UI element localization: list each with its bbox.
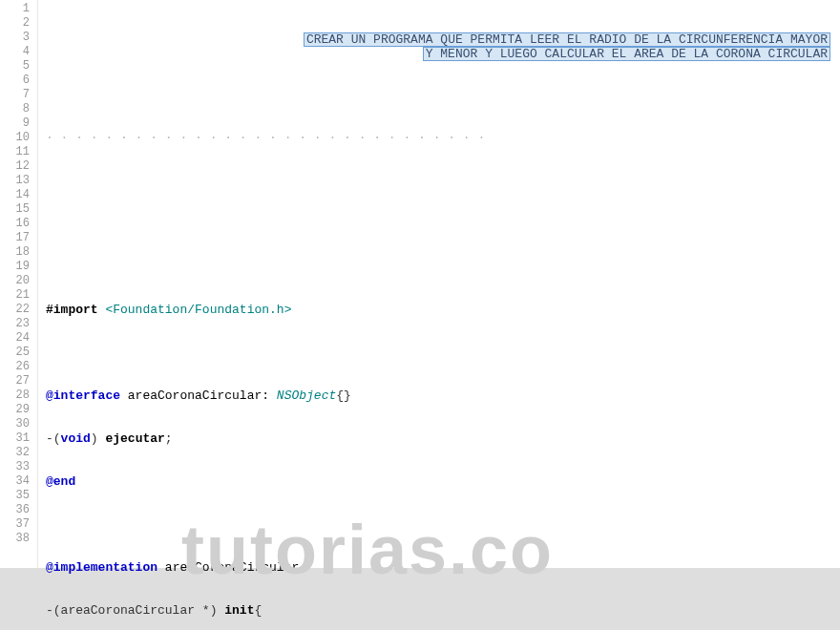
line-number: 35 [0,489,37,503]
line-number: 23 [0,317,37,331]
line-number: 24 [0,331,37,346]
line-number: 10 [0,131,37,145]
line-number: 8 [0,102,37,116]
line-number: 33 [0,460,37,474]
line-number: 22 [0,303,37,317]
line-number: 14 [0,188,37,202]
line-number: 26 [0,360,37,374]
comment-line-2: Y MENOR Y LUEGO CALCULAR EL AREA DE LA C… [423,47,830,61]
line-number: 27 [0,374,37,388]
line-number: 30 [0,417,37,431]
line-number: 21 [0,288,37,303]
code-line[interactable]: @interface areaCoronaCircular: NSObject{… [38,388,840,403]
code-line[interactable]: -(void) ejecutar; [38,431,840,446]
line-number: 3 [0,31,37,45]
line-number: 19 [0,260,37,274]
code-line[interactable] [38,217,840,231]
line-number: 6 [0,74,37,88]
line-number: 17 [0,231,37,245]
line-number: 2 [0,16,37,31]
line-number: 11 [0,145,37,159]
code-line[interactable] [38,260,840,274]
code-line[interactable] [38,346,840,360]
line-number: 18 [0,245,37,260]
line-number: 4 [0,45,37,59]
line-number: 38 [0,532,37,546]
line-number: 7 [0,88,37,102]
code-line[interactable] [38,174,840,188]
code-editor[interactable]: 1 2 3 4 5 6 7 8 9 10 11 12 13 14 15 16 1… [0,0,840,568]
line-number: 9 [0,116,37,131]
line-number: 37 [0,517,37,532]
code-line[interactable]: @implementation areaCoronaCircular [38,560,840,575]
line-number: 5 [0,59,37,74]
code-area[interactable]: CREAR UN PROGRAMA QUE PERMITA LEER EL RA… [38,0,840,568]
line-number: 25 [0,346,37,360]
line-number: 16 [0,217,37,231]
line-number-gutter: 1 2 3 4 5 6 7 8 9 10 11 12 13 14 15 16 1… [0,0,38,568]
comment-line-1: CREAR UN PROGRAMA QUE PERMITA LEER EL RA… [304,32,830,47]
line-number: 15 [0,202,37,217]
line-number: 34 [0,474,37,489]
line-number: 13 [0,174,37,188]
code-line[interactable] [38,517,840,532]
line-number: 1 [0,2,37,16]
line-number: 31 [0,431,37,446]
code-line[interactable]: -(areaCoronaCircular *) init{ [38,603,840,618]
code-line[interactable]: #import <Foundation/Foundation.h> [38,303,840,317]
line-number: 12 [0,159,37,174]
line-number: 32 [0,446,37,460]
line-number: 20 [0,274,37,288]
code-line[interactable]: @end [38,474,840,489]
line-number: 36 [0,503,37,517]
code-line[interactable]: · · · · · · · · · · · · · · · · · · · · … [38,131,840,145]
line-number: 29 [0,403,37,417]
line-number: 28 [0,388,37,403]
